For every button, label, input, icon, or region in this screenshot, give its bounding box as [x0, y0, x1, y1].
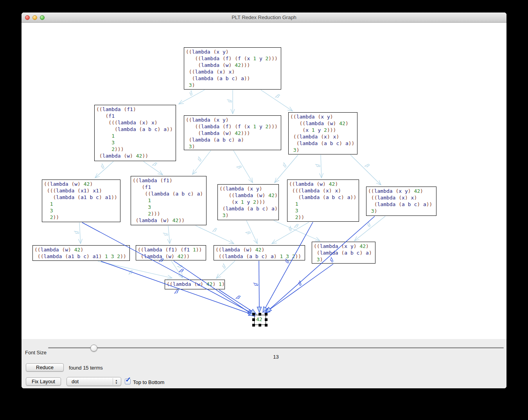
- checkbox-label: Top to Bottom: [133, 379, 164, 385]
- graph-node[interactable]: ((lambda (w) 42) ((lambda (a b c) a) 1 3…: [214, 245, 305, 260]
- top-to-bottom-checkbox[interactable]: ✓: [125, 379, 131, 384]
- graph-node-selected[interactable]: 42: [254, 315, 266, 325]
- graph-node[interactable]: ((lambda (w) 42) (((lambda (x1) x1) (lam…: [42, 179, 120, 222]
- stepper-icon: ▲▼: [113, 378, 120, 385]
- graph-node[interactable]: ((lambda (w) 42) (((lambda (x) x) (lambd…: [287, 179, 359, 222]
- layout-select-value: dot: [72, 379, 79, 384]
- layout-select[interactable]: dot ▲▼: [66, 377, 121, 386]
- graph-node[interactable]: ((lambda (w) 42) ((lambda (a1 b c) a1) 1…: [32, 245, 130, 261]
- graph-node[interactable]: ((lambda (x y) ((lambda (f) (f (x 1 y 2)…: [184, 115, 281, 150]
- graph-node[interactable]: ((lambda (x y) ((lambda (w) 42) (x 1 y 2…: [288, 112, 357, 154]
- graph-node[interactable]: ((lambda (x y) ((lambda (w) 42) (x 1 y 2…: [217, 184, 279, 220]
- graph-node[interactable]: ((lambda (f1) (f1 (((lambda (x) x) (lamb…: [94, 105, 176, 161]
- fix-layout-button[interactable]: Fix Layout: [26, 377, 61, 386]
- graph-node[interactable]: ((lambda (x y) 42) ((lambda (x) x) (lamb…: [366, 187, 436, 216]
- control-panel: Font Size 13 Reduce found 15 terms Fix L…: [22, 339, 506, 388]
- graph-node[interactable]: ((lambda (f1) (f1 ((lambda (a b c) a) 1 …: [131, 176, 207, 225]
- window-title: PLT Redex Reduction Graph: [22, 14, 506, 20]
- graph-node[interactable]: ((lambda (x y) 42) (lambda (a b c) a) 3): [312, 242, 375, 264]
- graph-node[interactable]: ((lambda (w) 42) 1): [165, 280, 225, 289]
- reduce-button[interactable]: Reduce: [26, 363, 64, 372]
- font-size-label: Font Size: [25, 350, 47, 355]
- font-size-slider-thumb[interactable]: [90, 345, 97, 352]
- status-text: found 15 terms: [69, 365, 103, 371]
- graph-node[interactable]: ((lambda (x y) ((lambda (f) (f (x 1 y 2)…: [184, 47, 281, 90]
- font-size-slider-track[interactable]: [48, 347, 504, 348]
- font-size-value: 13: [48, 354, 504, 360]
- graph-node[interactable]: ((lambda (f1) (f1 1)) (lambda (w) 42)): [136, 245, 206, 260]
- title-bar[interactable]: PLT Redex Reduction Graph: [22, 13, 506, 23]
- check-icon: ✓: [125, 376, 131, 383]
